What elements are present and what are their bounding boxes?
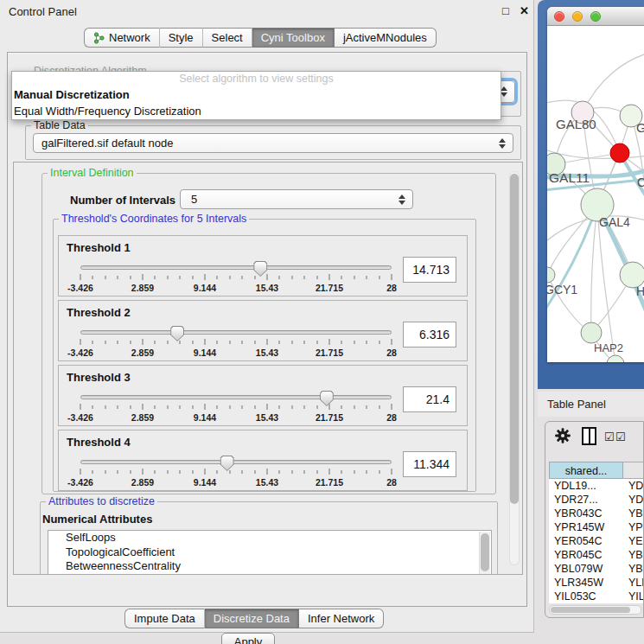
- tab-infer-network[interactable]: Infer Network: [299, 609, 384, 628]
- tick-mark: [143, 339, 143, 345]
- tab-cyni-toolbox[interactable]: Cyni Toolbox: [252, 28, 335, 48]
- table-row[interactable]: YDR27...YDR2: [549, 493, 644, 507]
- pane-scrollbar-thumb[interactable]: [510, 174, 519, 504]
- combo-arrows-icon: [399, 194, 405, 205]
- threshold-value-field[interactable]: 6.316: [403, 322, 456, 348]
- network-node[interactable]: [581, 322, 602, 343]
- threshold-value-field[interactable]: 11.344: [403, 451, 456, 477]
- axis-tick-label: 15.43: [256, 348, 278, 358]
- axis-tick-label: 9.144: [194, 477, 216, 488]
- tick-mark: [180, 276, 181, 279]
- tab-label: Impute Data: [134, 612, 195, 625]
- threshold-label: Threshold 3: [67, 371, 131, 384]
- attributes-list-scrollbar[interactable]: [479, 532, 490, 575]
- tick-mark: [155, 405, 156, 409]
- slider-track[interactable]: [80, 265, 392, 270]
- tick-mark: [180, 405, 181, 409]
- table-row[interactable]: YBR043CYBR0: [549, 507, 644, 520]
- popup-option-manual-discretization[interactable]: Manual Discretization: [12, 86, 501, 103]
- network-node[interactable]: [547, 267, 555, 283]
- slider-axis-labels: -3.4262.8599.14415.4321.71528: [80, 283, 392, 294]
- tick-mark: [130, 341, 131, 344]
- tick-mark: [341, 405, 342, 409]
- slider-track[interactable]: [80, 460, 392, 464]
- checkbox-icon[interactable]: ☑: [604, 430, 615, 443]
- table-cell: YBR0: [623, 548, 644, 562]
- threshold-slider[interactable]: -3.4262.8599.14415.4321.71528: [80, 262, 392, 296]
- tick-mark: [217, 341, 218, 344]
- popup-option-equal-width-frequency-discretization[interactable]: Equal Width/Frequency Discretization: [12, 103, 501, 119]
- threshold-slider[interactable]: -3.4262.8599.14415.4321.71528: [80, 327, 392, 361]
- network-edge-highlighted[interactable]: [547, 205, 597, 313]
- tick-mark: [92, 405, 93, 409]
- tab-style[interactable]: Style: [160, 28, 203, 48]
- attribute-item-betweennesscentrality[interactable]: BetweennessCentrality: [48, 559, 491, 574]
- slider-track[interactable]: [80, 395, 392, 399]
- tick-mark: [205, 274, 206, 280]
- threshold-slider[interactable]: -3.4262.8599.14415.4321.71528: [80, 392, 392, 426]
- tick-mark: [242, 341, 243, 344]
- table-row[interactable]: YBL079WYBL0: [549, 562, 644, 576]
- table-horizontal-scrollbar[interactable]: [549, 605, 641, 615]
- tick-mark: [367, 276, 367, 279]
- table-row[interactable]: YLR345WYLR3: [549, 576, 644, 590]
- table-row[interactable]: YDL19...YDL1: [549, 479, 644, 493]
- settings-gear-icon[interactable]: [554, 427, 571, 444]
- network-canvas[interactable]: GAL80GAGAL11CGAL4GCY1HHAP2: [547, 26, 644, 362]
- number-of-intervals-combobox[interactable]: 5: [180, 189, 413, 209]
- tick-mark: [130, 405, 131, 409]
- network-graph[interactable]: GAL80GAGAL11CGAL4GCY1HHAP2: [547, 26, 644, 362]
- tick-mark: [254, 276, 255, 279]
- table-row[interactable]: YIL053CYIL0: [549, 590, 644, 603]
- pane-scrollbar[interactable]: [509, 171, 520, 565]
- table-row[interactable]: YBR045CYBR0: [549, 548, 644, 562]
- tab-select[interactable]: Select: [203, 28, 252, 48]
- threshold-slider[interactable]: -3.4262.8599.14415.4321.71528: [80, 456, 392, 491]
- table-cell: YBR045C: [549, 548, 623, 562]
- table-data-combobox[interactable]: galFiltered.sif default node: [33, 133, 513, 153]
- checkbox-icon[interactable]: ☑: [615, 430, 626, 443]
- tick-mark: [143, 469, 143, 475]
- attributes-scrollbar-thumb[interactable]: [481, 533, 489, 571]
- axis-tick-label: 28: [386, 283, 397, 293]
- axis-tick-label: 21.715: [316, 348, 343, 358]
- table-hscrollbar-thumb[interactable]: [551, 607, 630, 613]
- slider-track[interactable]: [80, 330, 392, 335]
- tick-mark: [304, 405, 305, 409]
- table-row[interactable]: YER054CYER0: [549, 534, 644, 548]
- network-edge[interactable]: [583, 54, 644, 112]
- threshold-3-box: Threshold 3-3.4262.8599.14415.4321.71528…: [58, 365, 468, 426]
- network-edge[interactable]: [591, 205, 597, 333]
- tick-mark: [192, 276, 193, 279]
- column-header-n[interactable]: n: [623, 462, 644, 479]
- threshold-value-field[interactable]: 21.4: [403, 386, 456, 412]
- close-traffic-light[interactable]: [554, 11, 564, 22]
- tab-jactivemnodules[interactable]: jActiveMNodules: [335, 28, 437, 48]
- tick-mark: [267, 274, 268, 280]
- close-icon[interactable]: ✕: [520, 4, 529, 17]
- tab-impute-data[interactable]: Impute Data: [124, 609, 205, 628]
- tab-discretize-data[interactable]: Discretize Data: [205, 609, 299, 628]
- network-window-titlebar[interactable]: [547, 7, 644, 26]
- zoom-traffic-light[interactable]: [590, 11, 601, 22]
- axis-tick-label: 15.43: [256, 412, 278, 423]
- apply-button[interactable]: Apply: [221, 633, 275, 644]
- attribute-item-selfloops[interactable]: SelfLoops: [48, 531, 491, 545]
- column-header-shared[interactable]: shared...: [549, 462, 623, 479]
- tick-mark: [118, 405, 118, 409]
- table-cell: YDR27...: [549, 493, 623, 507]
- tick-mark: [329, 339, 330, 345]
- attribute-item-topologicalcoefficient[interactable]: TopologicalCoefficient: [48, 545, 491, 560]
- tab-network[interactable]: Network: [84, 28, 160, 48]
- numerical-attributes-list[interactable]: SelfLoopsTopologicalCoefficientBetweenne…: [48, 530, 492, 575]
- threshold-value-field[interactable]: 14.713: [403, 257, 456, 283]
- network-node[interactable]: [607, 355, 624, 362]
- tick-mark: [329, 469, 330, 475]
- network-node[interactable]: [610, 143, 629, 163]
- split-columns-icon[interactable]: [582, 427, 596, 445]
- minimize-traffic-light[interactable]: [572, 11, 583, 22]
- float-window-icon[interactable]: □: [502, 4, 509, 17]
- axis-tick-label: 21.715: [316, 477, 343, 488]
- table-row[interactable]: YPR145WYPR1: [549, 520, 644, 534]
- tick-mark: [341, 276, 342, 279]
